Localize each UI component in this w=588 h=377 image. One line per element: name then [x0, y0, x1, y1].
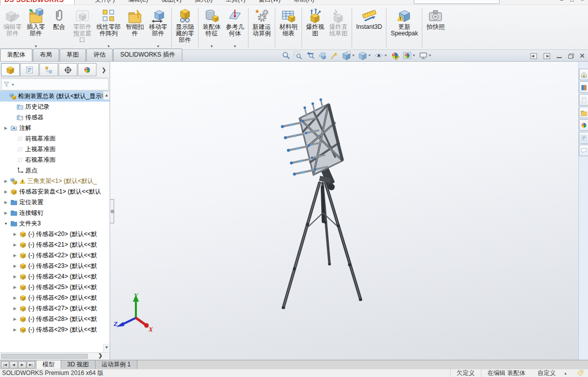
- expander-icon[interactable]: ▶: [12, 306, 18, 311]
- dropdown-caret-icon[interactable]: ▾: [108, 43, 110, 49]
- window-close-icon[interactable]: ✕: [579, 54, 585, 59]
- maximize-icon[interactable]: □: [570, 0, 574, 3]
- tree-scroll-down-icon[interactable]: ▼: [103, 344, 110, 352]
- tree-item-sensor-21[interactable]: ▶ (-) 传感器<21> (默认<<默: [0, 240, 110, 250]
- ribbon-button-smart-fasteners[interactable]: 智能扣 件: [123, 6, 146, 49]
- expander-icon[interactable]: ▶: [12, 317, 18, 321]
- tree-item-history[interactable]: 历史记录: [0, 102, 110, 112]
- tree-item-sensor-22[interactable]: ▶ (-) 传感器<22> (默认<<默: [0, 250, 110, 261]
- expander-icon[interactable]: ▶: [12, 274, 18, 279]
- dropup-caret-icon[interactable]: ▲: [562, 371, 574, 375]
- menu-tools[interactable]: 工具(T): [226, 0, 246, 4]
- tree-filter-bar[interactable]: ▼: [1, 78, 109, 90]
- tree-item-sensor-27[interactable]: ▶ (-) 传感器<27> (默认<<默: [0, 303, 110, 314]
- previous-view-icon[interactable]: [305, 51, 316, 61]
- expander-icon[interactable]: ▶: [3, 126, 9, 130]
- zoom-to-area-icon[interactable]: [292, 51, 304, 61]
- expander-icon[interactable]: ▶: [12, 253, 18, 258]
- tab-solidworks-addins[interactable]: SOLIDWORKS 插件: [113, 49, 182, 61]
- dropdown-caret-icon[interactable]: ▼: [384, 54, 387, 57]
- tree-item-sensor-mount-plate[interactable]: ▶ 传感器安装盘<1> (默认<<默认: [0, 186, 110, 197]
- tree-item-sensors[interactable]: 传感器: [0, 112, 110, 123]
- hide-show-annotations-icon[interactable]: [329, 51, 340, 61]
- scrollbar-thumb[interactable]: [1, 354, 88, 359]
- ribbon-button-edit-component[interactable]: 编辑零 部件: [1, 6, 24, 49]
- menu-edit[interactable]: 编辑(E): [128, 0, 148, 4]
- tab-configurationmanager[interactable]: [39, 63, 58, 76]
- tree-item-sensor-29[interactable]: ▶ (-) 传感器<29> (默认<<默: [0, 324, 110, 335]
- status-tag-icon[interactable]: [576, 369, 584, 377]
- ribbon-button-show-hidden-components[interactable]: 显示隐 藏的零 部件: [173, 6, 197, 49]
- tree-item-annotations[interactable]: ▶ 注解: [0, 123, 110, 133]
- collapse-left-panel-icon[interactable]: ◀: [530, 53, 537, 59]
- scroll-right-icon[interactable]: ❯: [99, 353, 103, 358]
- ribbon-button-instant3d[interactable]: Instant3D: [354, 6, 384, 49]
- ribbon-button-explode-line-sketch[interactable]: 爆炸直 线草图: [327, 6, 350, 49]
- menu-insert[interactable]: 插入(I): [194, 0, 212, 4]
- expander-icon[interactable]: ▶: [12, 243, 18, 247]
- tab-3d-views[interactable]: 3D 视图: [61, 360, 95, 369]
- tab-propertymanager[interactable]: [20, 63, 39, 76]
- dropdown-caret-icon[interactable]: ▾: [157, 43, 159, 49]
- tab-evaluate[interactable]: 评估: [86, 49, 113, 61]
- tree-item-sensor-20[interactable]: ▶ (-) 传感器<20> (默认<<默: [0, 229, 110, 240]
- dropdown-caret-icon[interactable]: ▼: [428, 54, 432, 57]
- tree-item-positioning-device-folder[interactable]: ▶ 定位装置: [0, 197, 110, 208]
- tab-motion-study-1[interactable]: 运动算例 1: [95, 360, 137, 369]
- tree-item-tripod-bracket[interactable]: ▶ 三角支架<1> (默认<默认_: [0, 176, 110, 186]
- ribbon-button-linear-component-pattern[interactable]: 线性零部 件阵列 ▾: [94, 6, 123, 49]
- tab-forum[interactable]: [579, 145, 588, 156]
- ribbon-button-component-preview-window[interactable]: 零部件 预览窗 口: [71, 6, 94, 49]
- ribbon-button-mate[interactable]: 配合: [47, 6, 71, 49]
- ribbon-button-reference-geometry[interactable]: 参考几 何体 ▾: [223, 6, 247, 49]
- dropdown-caret-icon[interactable]: ▾: [211, 43, 213, 49]
- window-minimize-icon[interactable]: [557, 54, 562, 58]
- prev-tab-icon[interactable]: ◀: [10, 361, 18, 368]
- ribbon-button-move-component[interactable]: 移动零 部件 ▾: [146, 6, 170, 49]
- tree-item-folder3[interactable]: ▾ 文件夹3: [0, 218, 110, 229]
- tree-scroll-up-icon[interactable]: ▲: [103, 91, 110, 100]
- ribbon-button-new-motion-study[interactable]: 新建运 动算例: [250, 6, 273, 49]
- tab-design-library[interactable]: [579, 81, 588, 93]
- tab-solidworks-resources[interactable]: [579, 69, 588, 80]
- expander-icon[interactable]: ▶: [3, 211, 9, 215]
- expander-icon[interactable]: ▶: [12, 285, 18, 290]
- ribbon-button-exploded-view[interactable]: 爆炸视 图: [304, 6, 327, 49]
- tree-item-right-plane[interactable]: 右视基准面: [0, 155, 110, 165]
- tree-item-connecting-screws-folder[interactable]: ▶ 连接螺钉: [0, 208, 110, 218]
- minimize-icon[interactable]: –: [560, 0, 563, 3]
- expander-icon[interactable]: ▶: [3, 200, 9, 205]
- tab-file-explorer[interactable]: [579, 94, 588, 106]
- ribbon-button-assembly-features[interactable]: 装配体 特征 ▾: [200, 6, 223, 49]
- tree-item-front-plane[interactable]: 前视基准面: [0, 133, 110, 144]
- app-window-controls[interactable]: –□×: [560, 0, 584, 3]
- tab-layout[interactable]: 布局: [33, 49, 59, 61]
- expander-icon[interactable]: ▶: [12, 232, 18, 237]
- ribbon-button-update-speedpak[interactable]: 更新 Speedpak: [388, 6, 420, 49]
- display-style-icon[interactable]: ▼: [357, 51, 372, 61]
- close-icon[interactable]: ×: [581, 0, 584, 3]
- next-tab-icon[interactable]: ▶: [18, 361, 26, 368]
- ribbon-button-insert-component[interactable]: 插入零 部件 ▾: [24, 6, 47, 49]
- tree-item-sensor-23[interactable]: ▶ (-) 传感器<23> (默认<<默: [0, 261, 110, 271]
- tree-horizontal-scrollbar[interactable]: ❯: [0, 352, 110, 360]
- menu-file[interactable]: 文件(F): [95, 0, 115, 4]
- expander-icon[interactable]: ▶: [12, 264, 18, 268]
- view-settings-icon[interactable]: ▼: [418, 51, 433, 61]
- dropdown-caret-icon[interactable]: ▼: [368, 54, 371, 57]
- tab-assembly[interactable]: 装配体: [0, 49, 32, 61]
- tab-appearances-scenes[interactable]: [579, 119, 588, 131]
- section-view-icon[interactable]: [317, 51, 328, 61]
- tree-item-top-plane[interactable]: 上视基准面: [0, 144, 110, 155]
- expander-icon[interactable]: ▾: [3, 221, 9, 226]
- custom-dropdown[interactable]: 自定义: [531, 369, 562, 377]
- expander-icon[interactable]: ▶: [3, 179, 9, 183]
- dropdown-caret-icon[interactable]: ▾: [234, 43, 236, 49]
- tab-view-palette[interactable]: [579, 107, 588, 118]
- tab-featuremanager-design-tree[interactable]: [1, 63, 20, 76]
- first-tab-icon[interactable]: |◀: [1, 361, 9, 368]
- expander-icon[interactable]: ▶: [12, 327, 18, 332]
- dropdown-caret-icon[interactable]: ▼: [352, 54, 355, 57]
- panel-tabs-overflow-icon[interactable]: ❯: [102, 67, 109, 73]
- collapse-right-panel-icon[interactable]: ▶: [544, 53, 550, 59]
